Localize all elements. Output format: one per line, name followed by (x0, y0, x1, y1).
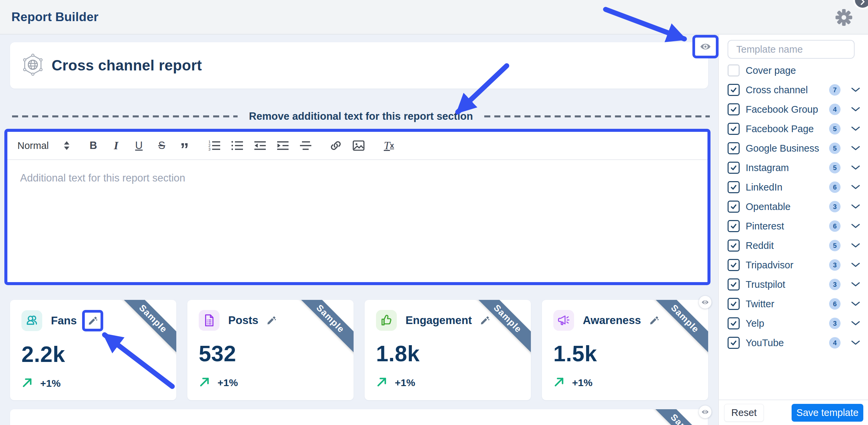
divider-dash-left (12, 115, 238, 117)
sidebar-item-linkedin[interactable]: LinkedIn 6 (719, 177, 868, 197)
checkbox-checked[interactable] (727, 123, 740, 135)
metric-change: +1% (395, 377, 415, 389)
edit-metric-pencil-icon[interactable] (480, 315, 490, 325)
chevron-down-icon[interactable] (851, 243, 860, 248)
sidebar-item-trustpilot[interactable]: Trustpilot 3 (719, 275, 868, 294)
additional-text-editor: Normal B I U S ” 123 (4, 129, 711, 285)
chevron-down-icon[interactable] (851, 340, 860, 345)
checkbox-checked[interactable] (727, 220, 740, 232)
edit-metric-pencil-icon[interactable] (649, 315, 659, 325)
checkbox-unchecked[interactable] (727, 64, 740, 77)
sidebar-item-google-business[interactable]: Google Business 5 (719, 139, 868, 158)
report-canvas: Cross channel report Remove additional t… (0, 34, 718, 425)
sidebar-item-youtube[interactable]: YouTube 4 (719, 333, 868, 352)
chevron-down-icon[interactable] (851, 282, 860, 287)
sidebar-item-instagram[interactable]: Instagram 5 (719, 158, 868, 177)
reset-button[interactable]: Reset (724, 404, 764, 422)
checkbox-checked[interactable] (727, 337, 740, 349)
cross-channel-section-card: Cross channel report (10, 42, 708, 89)
sidebar-item-tripadvisor[interactable]: Tripadvisor 3 (719, 255, 868, 275)
chevron-down-icon[interactable] (851, 107, 860, 112)
page-title: Report Builder (11, 10, 98, 24)
metric-value: 532 (199, 341, 342, 366)
sidebar-item-facebook-page[interactable]: Facebook Page 5 (719, 119, 868, 139)
trend-up-icon (22, 377, 33, 390)
checkbox-checked[interactable] (727, 103, 740, 115)
checkbox-checked[interactable] (727, 181, 740, 193)
section-count-badge: 7 (829, 84, 840, 95)
sidebar-item-yelp[interactable]: Yelp 3 (719, 314, 868, 333)
align-icon[interactable] (299, 138, 312, 153)
checkbox-checked[interactable] (727, 201, 740, 213)
bold-icon[interactable]: B (87, 138, 99, 153)
chevron-down-icon[interactable] (851, 301, 860, 307)
edit-metric-pencil-icon[interactable] (82, 310, 103, 332)
remove-text-divider: Remove additional text for this report s… (12, 110, 710, 122)
sidebar-item-cover-page[interactable]: Cover page (719, 61, 868, 80)
editor-content-area[interactable]: Additional text for this report section (7, 160, 708, 196)
sidebar-item-twitter[interactable]: Twitter 6 (719, 294, 868, 314)
checkbox-checked[interactable] (727, 298, 740, 310)
paragraph-style-select[interactable]: Normal (18, 140, 69, 151)
checkbox-checked[interactable] (727, 142, 740, 154)
section-preview-eye-icon[interactable] (692, 35, 718, 58)
save-template-button[interactable]: Save template (792, 404, 863, 422)
checkbox-checked[interactable] (727, 259, 740, 271)
sidebar-item-facebook-group[interactable]: Facebook Group 4 (719, 100, 868, 119)
chevron-down-icon[interactable] (851, 146, 860, 151)
section-count-badge: 5 (829, 143, 840, 154)
thumbs-up-icon (376, 310, 397, 331)
preview-eye-icon[interactable] (699, 296, 712, 309)
bullet-list-icon[interactable] (231, 138, 244, 153)
clear-formatting-icon[interactable]: Tx (382, 138, 395, 153)
preview-eye-icon[interactable] (699, 405, 712, 418)
settings-gear-icon[interactable] (835, 9, 852, 26)
chevron-down-icon[interactable] (851, 185, 860, 190)
chevron-down-icon[interactable] (851, 223, 860, 229)
checkbox-checked[interactable] (727, 317, 740, 330)
report-builder-page: Report Builder (0, 0, 868, 425)
sidebar-item-pinterest[interactable]: Pinterest 6 (719, 216, 868, 236)
users-icon (22, 310, 42, 331)
link-icon[interactable] (330, 138, 342, 153)
insert-image-icon[interactable] (352, 138, 365, 153)
chevron-down-icon[interactable] (851, 321, 860, 326)
italic-icon[interactable]: I (110, 138, 122, 153)
metric-value: 1.5k (553, 341, 697, 366)
sidebar-item-cross-channel[interactable]: Cross channel 7 (719, 80, 868, 100)
chevron-down-icon[interactable] (851, 126, 860, 132)
blockquote-icon[interactable]: ” (178, 138, 191, 153)
strikethrough-icon[interactable]: S (155, 138, 168, 153)
metric-change: +1% (217, 377, 238, 389)
divider-label[interactable]: Remove additional text for this report s… (249, 110, 473, 122)
indent-icon[interactable] (277, 138, 289, 153)
top-header: Report Builder (0, 0, 868, 34)
sidebar-item-reddit[interactable]: Reddit 5 (719, 236, 868, 255)
checkbox-checked[interactable] (727, 278, 740, 290)
chevron-down-icon[interactable] (851, 165, 860, 170)
outdent-icon[interactable] (254, 138, 267, 153)
edit-metric-pencil-icon[interactable] (267, 315, 277, 325)
sidebar-item-opentable[interactable]: Opentable 3 (719, 197, 868, 216)
chevron-down-icon[interactable] (851, 204, 860, 209)
section-title: Cross channel report (52, 57, 202, 74)
section-count-badge: 3 (829, 279, 840, 290)
section-count-badge: 5 (829, 123, 840, 135)
checkbox-checked[interactable] (727, 162, 740, 174)
template-name-input[interactable] (727, 40, 855, 59)
megaphone-icon (553, 310, 574, 331)
sample-ribbon: Sample (641, 409, 708, 425)
metric-card-engagement: Sample Engagement (365, 300, 531, 400)
metric-cards-row: Sample Fans (10, 300, 708, 400)
section-count-badge: 5 (829, 240, 840, 251)
checkbox-checked[interactable] (727, 239, 740, 252)
underline-icon[interactable]: U (132, 138, 145, 153)
section-count-badge: 6 (829, 298, 840, 310)
metric-change: +1% (40, 378, 61, 389)
ordered-list-icon[interactable]: 123 (208, 138, 221, 153)
checkbox-checked[interactable] (727, 84, 740, 96)
collapse-panel-chevron-icon[interactable] (853, 0, 868, 9)
chevron-down-icon[interactable] (851, 262, 860, 268)
chevron-down-icon[interactable] (851, 87, 860, 92)
document-icon (199, 310, 219, 331)
